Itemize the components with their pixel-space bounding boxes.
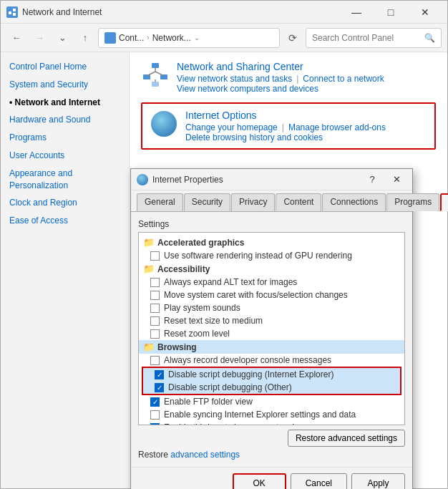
- internet-options-links: Change your homepage | Manage browser ad…: [185, 122, 386, 132]
- checkbox-enable-ftp[interactable]: [150, 397, 160, 407]
- checkbox-reset-text[interactable]: [150, 316, 160, 326]
- sidebar-item-clock-region[interactable]: Clock and Region: [1, 194, 129, 212]
- network-sharing-links: View network status and tasks | Connect …: [177, 74, 384, 84]
- delete-history-link[interactable]: Delete browsing history and cookies: [185, 132, 323, 142]
- sidebar-item-user-accounts[interactable]: User Accounts: [1, 147, 129, 165]
- checkbox-enable-syncing[interactable]: [150, 410, 160, 420]
- sidebar-item-network-internet[interactable]: Network and Internet: [1, 94, 129, 112]
- network-sharing-links2: View network computers and devices: [177, 84, 384, 94]
- dialog-title-bar: Internet Properties ? ✕: [131, 169, 412, 190]
- item-move-caret[interactable]: Move system caret with focus/selection c…: [139, 289, 404, 301]
- sidebar-item-control-panel-home[interactable]: Control Panel Home: [1, 58, 129, 76]
- network-sharing-title[interactable]: Network and Sharing Center: [177, 61, 384, 72]
- search-input[interactable]: [312, 33, 422, 43]
- nav-bar: ← → ⌄ ↑ Cont... › Network... ⌄ ⟳ 🔍: [1, 24, 447, 52]
- settings-label: Settings: [138, 219, 405, 229]
- item-enable-syncing[interactable]: Enable syncing Internet Explorer setting…: [139, 408, 404, 421]
- svg-line-7: [147, 72, 155, 76]
- search-icon: 🔍: [424, 33, 435, 43]
- restore-advanced-button[interactable]: Restore advanced settings: [288, 430, 405, 447]
- close-button[interactable]: ✕: [409, 1, 442, 23]
- manage-addons-link[interactable]: Manage browser add-ons: [288, 122, 386, 132]
- item-enable-third-party[interactable]: Enable third-party browser extensions: [139, 421, 404, 425]
- tab-programs[interactable]: Programs: [386, 193, 439, 211]
- item-disable-script-other[interactable]: Disable script debugging (Other): [143, 381, 400, 394]
- change-homepage-link[interactable]: Change your homepage: [185, 122, 278, 132]
- view-computers-link[interactable]: View network computers and devices: [177, 84, 318, 94]
- dialog-help-button[interactable]: ?: [362, 171, 382, 188]
- address-bar: Cont... › Network... ⌄: [98, 28, 280, 48]
- settings-list[interactable]: 📁 Accelerated graphics Use software rend…: [138, 232, 405, 425]
- advanced-settings-link[interactable]: advanced settings: [170, 450, 240, 460]
- checkbox-expand-alt[interactable]: [150, 278, 160, 287]
- up-button[interactable]: ↑: [75, 28, 95, 48]
- folder-icon: 📁: [143, 237, 155, 248]
- checkbox-enable-third-party[interactable]: [150, 423, 160, 426]
- item-software-rendering[interactable]: Use software rendering instead of GPU re…: [139, 249, 404, 262]
- recent-button[interactable]: ⌄: [52, 28, 72, 48]
- minimize-button[interactable]: —: [340, 1, 373, 23]
- address-chevron: ›: [147, 34, 149, 42]
- internet-options-title[interactable]: Internet Options: [185, 110, 386, 121]
- sidebar-item-ease-of-access[interactable]: Ease of Access: [1, 212, 129, 230]
- dialog-title: Internet Properties: [152, 175, 358, 185]
- checkbox-always-record[interactable]: [150, 356, 160, 365]
- svg-rect-9: [152, 82, 159, 87]
- tab-privacy[interactable]: Privacy: [231, 193, 275, 211]
- svg-rect-1: [13, 9, 16, 11]
- window-icon: [6, 6, 18, 18]
- forward-button[interactable]: →: [29, 28, 49, 48]
- item-play-sounds[interactable]: Play system sounds: [139, 301, 404, 314]
- restore-btn-container: Restore advanced settings: [138, 430, 405, 447]
- dialog-footer: OK Cancel Apply: [131, 467, 412, 489]
- refresh-button[interactable]: ⟳: [283, 28, 303, 48]
- group-accessibility: 📁 Accessibility: [139, 262, 404, 276]
- folder-icon-2: 📁: [143, 263, 155, 274]
- item-reset-zoom[interactable]: Reset zoom level: [139, 327, 404, 340]
- sidebar-item-appearance[interactable]: Appearance and Personalization: [1, 165, 129, 195]
- back-button[interactable]: ←: [6, 28, 26, 48]
- ok-button[interactable]: OK: [233, 473, 286, 489]
- item-enable-ftp[interactable]: Enable FTP folder view: [139, 395, 404, 408]
- title-bar: Network and Internet — □ ✕: [1, 1, 447, 24]
- sidebar-item-hardware-sound[interactable]: Hardware and Sound: [1, 111, 129, 129]
- dialog-tabs: General Security Privacy Content Connect…: [131, 190, 412, 212]
- window-title: Network and Internet: [22, 7, 336, 17]
- apply-button[interactable]: Apply: [351, 473, 405, 489]
- svg-rect-2: [13, 13, 16, 16]
- checkbox-move-caret[interactable]: [150, 291, 160, 300]
- connect-network-link[interactable]: Connect to a network: [303, 74, 384, 84]
- internet-options-links2: Delete browsing history and cookies: [185, 132, 386, 142]
- maximize-button[interactable]: □: [374, 1, 407, 23]
- folder-icon-3: 📁: [143, 342, 155, 352]
- svg-line-8: [155, 72, 164, 76]
- internet-options-section: Internet Options Change your homepage | …: [141, 102, 436, 150]
- item-disable-script-ie[interactable]: Disable script debugging (Internet Explo…: [143, 368, 400, 381]
- cancel-button[interactable]: Cancel: [291, 473, 347, 489]
- tab-general[interactable]: General: [137, 193, 183, 211]
- dialog-close-button[interactable]: ✕: [386, 171, 406, 188]
- sidebar-item-programs[interactable]: Programs: [1, 129, 129, 147]
- dialog-body: Settings 📁 Accelerated graphics Use soft…: [131, 212, 412, 467]
- tab-advanced[interactable]: Advanced: [440, 193, 448, 211]
- checkbox-software-rendering[interactable]: [150, 251, 160, 261]
- checkbox-disable-ie[interactable]: [155, 370, 164, 379]
- checkbox-disable-other[interactable]: [155, 383, 164, 392]
- network-sharing-section: Network and Sharing Center View network …: [141, 61, 436, 94]
- sidebar: Control Panel Home System and Security N…: [1, 52, 130, 488]
- address-icon: [104, 32, 116, 44]
- checkbox-reset-zoom[interactable]: [150, 329, 160, 339]
- tab-content[interactable]: Content: [276, 193, 321, 211]
- tab-connections[interactable]: Connections: [322, 193, 386, 211]
- item-expand-alt[interactable]: Always expand ALT text for images: [139, 276, 404, 289]
- checkbox-play-sounds[interactable]: [150, 304, 160, 313]
- item-reset-text[interactable]: Reset text size to medium: [139, 314, 404, 327]
- network-sharing-info: Network and Sharing Center View network …: [177, 61, 384, 94]
- globe-icon: [151, 111, 177, 137]
- svg-rect-3: [152, 63, 159, 68]
- item-always-record[interactable]: Always record developer console messages: [139, 354, 404, 367]
- tab-security[interactable]: Security: [184, 193, 230, 211]
- sidebar-item-system-security[interactable]: System and Security: [1, 76, 129, 94]
- address-chevron2: ⌄: [194, 34, 200, 42]
- view-status-link[interactable]: View network status and tasks: [177, 74, 292, 84]
